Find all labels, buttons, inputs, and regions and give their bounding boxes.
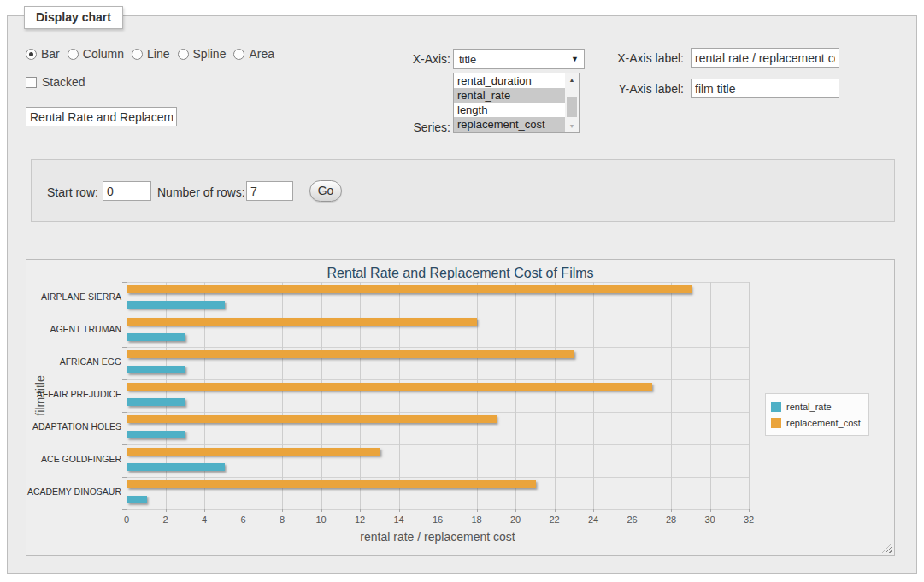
x-axis-tickmark — [477, 509, 478, 512]
radio-selected-dot — [29, 52, 33, 56]
go-button[interactable]: Go — [309, 180, 342, 202]
bar-replacement_cost — [127, 285, 692, 293]
scroll-up-icon[interactable]: ▲ — [565, 73, 579, 86]
radio-circle-area[interactable] — [233, 49, 244, 60]
x-tick-label: 12 — [345, 514, 374, 525]
radio-circle-spline[interactable] — [178, 49, 189, 60]
x-axis-tickmark — [166, 509, 167, 512]
legend-swatch-rental_rate — [771, 402, 781, 412]
x-tick-label: 30 — [696, 514, 725, 525]
gridline-vertical — [555, 282, 556, 509]
resize-handle-icon[interactable] — [882, 543, 892, 553]
x-tick-label: 0 — [112, 514, 141, 525]
gridline-vertical — [710, 282, 711, 509]
radio-circle-column[interactable] — [68, 49, 79, 60]
category-label: AFFAIR PREJUDICE — [26, 390, 122, 399]
x-tick-label: 28 — [656, 514, 686, 525]
category-label: ACE GOLDFINGER — [26, 455, 122, 464]
gridline-vertical — [438, 282, 438, 509]
y-axis-line — [127, 282, 127, 509]
radio-label-area: Area — [249, 47, 274, 61]
gridline-vertical — [671, 282, 672, 509]
series-select-label: Series: — [365, 121, 450, 134]
app-window: Display chart BarColumnLineSplineArea St… — [0, 0, 924, 582]
fieldset-legend-title: Display chart — [24, 6, 123, 29]
bar-replacement_cost — [127, 350, 574, 358]
stacked-checkbox[interactable] — [26, 77, 37, 88]
x-axis-select[interactable]: title ▼ — [453, 49, 585, 69]
x-axis-label-input[interactable] — [691, 48, 839, 68]
start-row-label: Start row: — [47, 185, 98, 199]
legend-item-rental_rate[interactable]: rental_rate — [771, 398, 861, 414]
x-tick-label: 16 — [423, 514, 452, 525]
gridline-vertical — [515, 282, 516, 509]
x-tick-label: 8 — [268, 514, 297, 525]
listbox-scrollbar[interactable]: ▲ ▼ — [565, 73, 579, 132]
y-axis-label-input[interactable] — [691, 79, 839, 98]
x-axis-tickmark — [515, 509, 516, 512]
x-axis-tickmark — [204, 509, 205, 512]
bar-rental_rate — [127, 301, 225, 309]
scrollbar-thumb[interactable] — [567, 97, 577, 117]
num-rows-label: Number of rows: — [157, 185, 245, 199]
x-axis-tickmark — [127, 509, 127, 512]
radio-option-spline[interactable]: Spline — [178, 47, 227, 61]
chart-container: Rental Rate and Replacement Cost of Film… — [26, 259, 895, 556]
x-axis-tickmark — [244, 509, 244, 512]
x-axis-tickmark — [321, 509, 322, 512]
x-tick-label: 4 — [190, 514, 219, 525]
radio-label-column: Column — [83, 47, 124, 61]
bar-rental_rate — [127, 463, 225, 471]
gridline-vertical — [477, 282, 478, 509]
x-axis-tickmark — [360, 509, 361, 512]
x-tick-label: 6 — [229, 514, 258, 525]
gridline-vertical — [321, 282, 322, 509]
category-label: AGENT TRUMAN — [26, 325, 122, 334]
x-axis-select-label: X-Axis: — [365, 52, 450, 66]
category-label: ADAPTATION HOLES — [26, 422, 122, 432]
series-listbox[interactable]: rental_durationrental_ratelengthreplacem… — [453, 73, 580, 133]
series-option-length[interactable]: length — [454, 103, 566, 117]
scroll-down-icon[interactable]: ▼ — [565, 120, 579, 132]
series-option-rental_rate[interactable]: rental_rate — [454, 88, 566, 103]
x-tick-label: 18 — [462, 514, 491, 525]
series-option-replacement_cost[interactable]: replacement_cost — [454, 117, 566, 132]
radio-label-spline: Spline — [193, 47, 227, 61]
radio-circle-bar[interactable] — [26, 49, 37, 60]
radio-label-line: Line — [147, 47, 169, 61]
category-label: AIRPLANE SIERRA — [26, 292, 122, 302]
x-tick-label: 24 — [579, 514, 608, 525]
radio-option-area[interactable]: Area — [233, 47, 274, 61]
radio-label-bar: Bar — [41, 47, 60, 61]
chart-x-axis-title: rental rate / replacement cost — [127, 530, 749, 544]
bar-replacement_cost — [127, 318, 477, 326]
x-axis-selected-value: title — [459, 53, 571, 66]
gridline-vertical — [360, 282, 361, 509]
chart-title: Rental Rate and Replacement Cost of Film… — [26, 266, 894, 281]
x-tick-label: 26 — [618, 514, 647, 525]
gridline-vertical — [399, 282, 400, 509]
bar-rental_rate — [127, 431, 185, 438]
stacked-checkbox-row[interactable]: Stacked — [26, 75, 85, 89]
x-axis-tickmark — [671, 509, 672, 512]
start-row-input[interactable] — [103, 181, 151, 201]
chart-title-input[interactable] — [26, 107, 177, 126]
radio-option-line[interactable]: Line — [132, 47, 169, 61]
radio-circle-line[interactable] — [132, 49, 143, 60]
gridline-vertical — [166, 282, 167, 509]
legend-item-replacement_cost[interactable]: replacement_cost — [771, 414, 861, 431]
series-option-rental_duration[interactable]: rental_duration — [454, 73, 566, 88]
radio-option-column[interactable]: Column — [68, 47, 124, 61]
x-tick-label: 2 — [151, 514, 180, 525]
bar-rental_rate — [127, 333, 185, 341]
y-axis-label-label: Y-Axis label: — [598, 82, 684, 96]
num-rows-input[interactable] — [246, 181, 293, 201]
bar-replacement_cost — [127, 415, 497, 423]
chart-type-group: BarColumnLineSplineArea — [26, 47, 282, 61]
radio-option-bar[interactable]: Bar — [26, 47, 60, 61]
gridline-vertical — [204, 282, 205, 509]
legend-label-replacement_cost: replacement_cost — [786, 418, 861, 428]
bar-replacement_cost — [127, 480, 536, 488]
category-label: AFRICAN EGG — [26, 357, 122, 367]
legend-label-rental_rate: rental_rate — [786, 402, 832, 412]
